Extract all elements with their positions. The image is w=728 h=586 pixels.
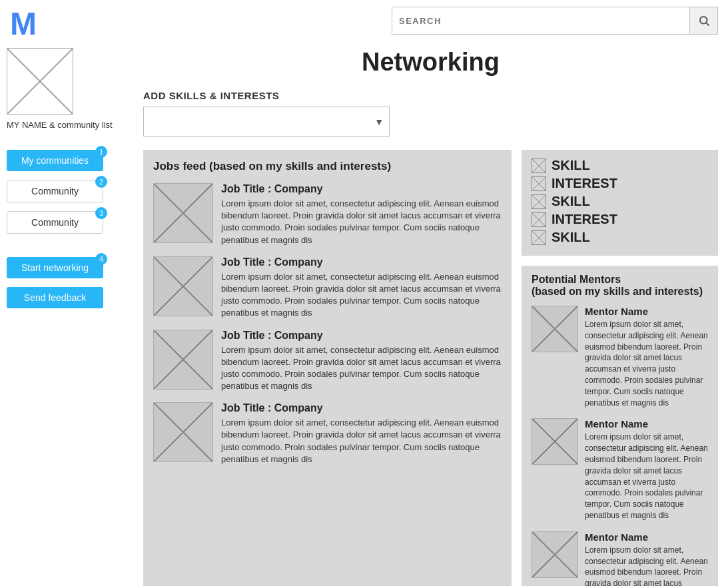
job-description: Lorem ipsum dolor sit amet, consectetur … [221, 417, 502, 465]
content-area: Networking ADD SKILLS & INTERESTS ▼ Jobs… [133, 41, 728, 586]
search-icon [698, 15, 710, 27]
job-image [153, 402, 213, 462]
right-column: SKILL INTEREST SKILL INTEREST SKILL Pote… [522, 150, 718, 586]
skill-label: SKILL [551, 158, 590, 173]
job-description: Lorem ipsum dolor sit amet, consectetur … [221, 271, 502, 320]
skill-label: INTEREST [551, 176, 617, 191]
mentors-title: Potential Mentors (based on my skills an… [532, 274, 708, 298]
job-item: Job Title : Company Lorem ipsum dolor si… [153, 402, 502, 465]
skill-label: SKILL [551, 194, 590, 209]
mentor-item: Mentor Name Lorem ipsum dolor sit amet, … [532, 306, 708, 408]
skill-item: SKILL [532, 158, 708, 173]
job-image [153, 330, 213, 390]
dropdown-arrow-icon: ▼ [374, 117, 384, 127]
start-networking-badge: 4 [95, 253, 107, 265]
job-info: Job Title : Company Lorem ipsum dolor si… [221, 402, 502, 465]
skills-section: ADD SKILLS & INTERESTS ▼ [143, 90, 718, 137]
community2-badge: 3 [95, 207, 107, 219]
search-button[interactable] [689, 7, 717, 34]
mentor-image [532, 531, 578, 578]
jobs-feed-panel: Jobs feed (based on my skills and intere… [143, 150, 512, 586]
sidebar: MY NAME & community list My communities … [0, 41, 133, 586]
skill-icon [532, 212, 546, 227]
job-info: Job Title : Company Lorem ipsum dolor si… [221, 256, 502, 320]
skill-label: INTEREST [551, 212, 617, 227]
community1-button[interactable]: Community [7, 180, 103, 202]
mentor-item: Mentor Name Lorem ipsum dolor sit amet, … [532, 418, 708, 521]
jobs-list: Job Title : Company Lorem ipsum dolor si… [153, 183, 502, 465]
skill-icon [532, 158, 546, 173]
my-communities-button[interactable]: My communities [7, 150, 103, 171]
job-image [153, 183, 213, 243]
mentor-description: Lorem ipsum dolor sit amet, consectetur … [585, 319, 708, 408]
mentor-name: Mentor Name [585, 418, 708, 430]
send-feedback-button[interactable]: Send feedback [7, 287, 103, 308]
mentors-panel: Potential Mentors (based on my skills an… [522, 266, 718, 586]
skill-icon [532, 230, 546, 245]
svg-point-0 [700, 17, 707, 24]
skill-item: SKILL [532, 194, 708, 209]
skills-list: SKILL INTEREST SKILL INTEREST SKILL [532, 158, 708, 245]
mentors-list: Mentor Name Lorem ipsum dolor sit amet, … [532, 306, 708, 586]
profile-name: MY NAME & community list [7, 120, 127, 130]
job-description: Lorem ipsum dolor sit amet, consectetur … [221, 344, 502, 393]
mentor-info: Mentor Name Lorem ipsum dolor sit amet, … [585, 531, 708, 586]
skill-icon [532, 194, 546, 209]
job-info: Job Title : Company Lorem ipsum dolor si… [221, 330, 502, 393]
mentor-description: Lorem ipsum dolor sit amet, consectetur … [585, 432, 708, 521]
job-item: Job Title : Company Lorem ipsum dolor si… [153, 183, 502, 246]
job-image [153, 256, 213, 316]
mentor-info: Mentor Name Lorem ipsum dolor sit amet, … [585, 306, 708, 408]
community1-badge: 2 [95, 176, 107, 188]
mentor-info: Mentor Name Lorem ipsum dolor sit amet, … [585, 418, 708, 521]
skill-item: INTEREST [532, 176, 708, 191]
job-title: Job Title : Company [221, 183, 502, 195]
job-info: Job Title : Company Lorem ipsum dolor si… [221, 183, 502, 246]
job-item: Job Title : Company Lorem ipsum dolor si… [153, 256, 502, 320]
svg-line-1 [706, 23, 709, 25]
job-title: Job Title : Company [221, 402, 502, 414]
mentor-name: Mentor Name [585, 531, 708, 543]
job-item: Job Title : Company Lorem ipsum dolor si… [153, 330, 502, 393]
skills-panel: SKILL INTEREST SKILL INTEREST SKILL [522, 150, 718, 256]
job-description: Lorem ipsum dolor sit amet, consectetur … [221, 198, 502, 246]
two-col-layout: Jobs feed (based on my skills and intere… [143, 150, 718, 586]
mentor-name: Mentor Name [585, 306, 708, 317]
community2-button[interactable]: Community [7, 211, 103, 234]
search-input[interactable] [392, 16, 689, 26]
mentor-image [532, 306, 578, 352]
skills-label: ADD SKILLS & INTERESTS [143, 90, 718, 101]
profile-image [7, 48, 73, 115]
jobs-feed-title: Jobs feed (based on my skills and intere… [153, 160, 502, 173]
mentor-item: Mentor Name Lorem ipsum dolor sit amet, … [532, 531, 708, 586]
mentor-description: Lorem ipsum dolor sit amet, consectetur … [585, 545, 708, 586]
my-communities-badge: 1 [95, 146, 107, 158]
skills-dropdown[interactable]: ▼ [143, 107, 390, 137]
skill-label: SKILL [551, 230, 590, 245]
skill-item: SKILL [532, 230, 708, 245]
job-title: Job Title : Company [221, 256, 502, 268]
job-title: Job Title : Company [221, 330, 502, 342]
start-networking-button[interactable]: Start networking [7, 257, 103, 278]
page-title: Networking [143, 48, 718, 77]
logo: M [10, 5, 37, 42]
skill-icon [532, 176, 546, 191]
skill-item: INTEREST [532, 212, 708, 227]
mentor-image [532, 418, 578, 465]
